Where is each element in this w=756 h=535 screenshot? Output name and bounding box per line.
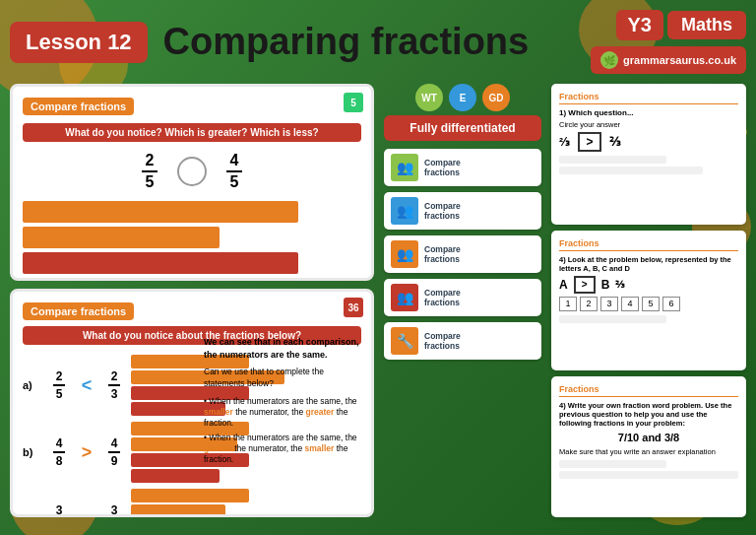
ws-page-2-q: 4) Look at the problem below, represente… (559, 255, 738, 273)
row-c-frac1: 35 (50, 503, 68, 517)
ws-title-4: Compare (424, 288, 461, 298)
ws-subtitle-5: fractions (424, 341, 461, 351)
bar-partial-2 (23, 252, 298, 274)
ws-subtitle-3: fractions (424, 254, 461, 264)
ws-title-5: Compare (424, 331, 461, 341)
ws-line-4 (559, 460, 666, 468)
frac2-num: 4 (230, 152, 239, 169)
ws-page-3-q: 4) Write your own fraction word problem.… (559, 401, 738, 428)
frac1-num: 2 (146, 152, 155, 169)
row-c-frac2: 38 (105, 503, 123, 517)
ws-line-3 (559, 315, 666, 323)
ws-page-2-number-row: 1 2 3 4 5 6 (559, 297, 738, 311)
ws-subtitle-2: fractions (424, 211, 461, 221)
row-a-frac2: 23 (105, 369, 123, 401)
bar-container-1 (23, 201, 361, 281)
ws-card-2[interactable]: 👥 Compare fractions (384, 192, 541, 230)
ws-page-3-instruction: Make sure that you write an answer expla… (559, 447, 738, 456)
ws-page-3: Fractions 4) Write your own fraction wor… (551, 376, 746, 517)
bar-partial-3 (23, 278, 229, 281)
slide-1-section: Compare fractions (23, 98, 134, 115)
ws-card-3[interactable]: 👥 Compare fractions (384, 235, 541, 273)
bullet-2: • When the numerators are the same, the … (204, 433, 361, 465)
row-b-frac1: 48 (50, 436, 68, 468)
slide-1-number: 5 (344, 93, 363, 112)
right-text-body: Can we use that to complete the statemen… (204, 367, 361, 390)
right-worksheets: Fractions 1) Which question... Circle yo… (551, 84, 746, 517)
compare-circle (177, 157, 207, 186)
fraction-1: 2 5 (142, 152, 158, 191)
ws-page-1-title: Fractions (559, 92, 738, 104)
row-c-bars (131, 489, 249, 517)
ws-icon-2: 👥 (391, 197, 418, 225)
row-a-frac1: 25 (50, 369, 68, 401)
brand-text: grammarsaurus.co.uk (623, 54, 736, 66)
right-text-title: We can see that in each comparison, the … (204, 336, 361, 361)
header-right: Y3 Maths 🌿 grammarsaurus.co.uk (591, 10, 746, 74)
ws-icon-5: 🔧 (391, 327, 418, 355)
ws-line-1 (559, 156, 666, 164)
ws-icon-3: 👥 (391, 240, 418, 268)
frac2-line (226, 170, 242, 172)
row-c-symbol: > (76, 509, 97, 518)
e-badge: E (449, 84, 476, 111)
ws-page-1-fractions: ²⁄₃ > ⅔ (559, 132, 738, 152)
maths-badge: Maths (667, 11, 746, 39)
ws-icon-1: 👥 (391, 154, 418, 181)
row-b-symbol: > (76, 442, 97, 463)
slide-2-section: Compare fractions (23, 302, 134, 320)
ws-icon-4: 👥 (391, 284, 418, 311)
lesson-title: Comparing fractions (163, 22, 575, 63)
ws-page-1: Fractions 1) Which question... Circle yo… (551, 84, 746, 225)
ws-title-2: Compare (424, 201, 461, 211)
brand-badge: 🌿 grammarsaurus.co.uk (591, 46, 746, 74)
right-text-panel: We can see that in each comparison, the … (204, 336, 361, 469)
ws-page-2-box: > (574, 276, 596, 294)
bullet-points: • When the numerators are the same, the … (204, 396, 361, 465)
ws-line-2 (559, 167, 703, 174)
wt-e-gd-badges: WT E GD (384, 84, 541, 111)
frac1-line (142, 170, 158, 172)
ws-card-4[interactable]: 👥 Compare fractions (384, 279, 541, 316)
ws-page-1-instruction: Circle your answer (559, 120, 738, 129)
bar-partial-1 (23, 227, 220, 248)
ws-card-5[interactable]: 🔧 Compare fractions (384, 322, 541, 360)
row-b-label: b) (23, 446, 42, 458)
lesson-badge: Lesson 12 (10, 22, 148, 63)
row-b-frac2: 49 (105, 436, 123, 468)
frac1-den: 5 (146, 173, 155, 191)
left-slides: 5 Compare fractions What do you notice? … (10, 84, 374, 517)
ws-page-1-q: 1) Which question... (559, 108, 738, 117)
year-maths-row: Y3 Maths (616, 10, 746, 40)
ws-page-2-fractions: A > B ⅔ (559, 276, 738, 294)
ws-page-2: Fractions 4) Look at the problem below, … (551, 231, 746, 371)
gd-badge: GD (482, 84, 510, 111)
ws-card-1[interactable]: 👥 Compare fractions (384, 149, 541, 186)
bullet-1: • When the numerators are the same, the … (204, 396, 361, 429)
slide-2-number: 36 (344, 298, 363, 317)
ws-page-3-fractions: 7/10 and 3/8 (559, 432, 738, 443)
middle-worksheets: WT E GD Fully differentiated 👥 Compare f… (384, 84, 541, 517)
fraction-2: 4 5 (226, 152, 242, 191)
slide-1-question: What do you notice? Which is greater? Wh… (23, 123, 361, 142)
slide-2: 36 Compare fractions What do you notice … (10, 289, 374, 517)
differentiated-badge: Fully differentiated (384, 115, 541, 141)
year-badge: Y3 (616, 10, 663, 40)
ws-line-5 (559, 471, 738, 479)
comp-row-c: c) 35 > 38 (23, 489, 361, 517)
ws-page-1-box: > (578, 132, 601, 152)
worksheet-cards: 👥 Compare fractions 👥 Compare fractions … (384, 149, 541, 360)
row-a-symbol: < (76, 375, 97, 396)
ws-title-1: Compare (424, 158, 461, 167)
ws-subtitle-1: fractions (424, 167, 461, 177)
header: Lesson 12 Comparing fractions Y3 Maths 🌿… (10, 10, 746, 74)
ws-page-2-title: Fractions (559, 238, 738, 251)
row-a-label: a) (23, 379, 42, 391)
row-c-label: c) (23, 513, 42, 517)
main-container: Lesson 12 Comparing fractions Y3 Maths 🌿… (0, 0, 756, 535)
ws-subtitle-4: fractions (424, 298, 461, 307)
content-area: 5 Compare fractions What do you notice? … (10, 84, 746, 517)
fractions-comparison: 2 5 4 5 (23, 152, 361, 191)
ws-page-3-title: Fractions (559, 384, 738, 397)
brand-icon: 🌿 (600, 51, 618, 69)
